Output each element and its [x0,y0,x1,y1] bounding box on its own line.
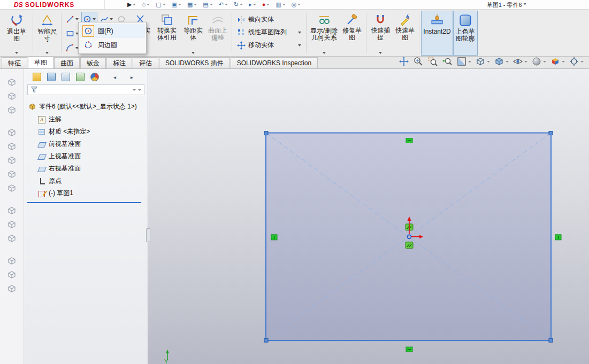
tree-item-annotations[interactable]: 注解 [24,113,148,126]
dropdown-caret-icon[interactable] [253,4,256,5]
dropdown-caret-icon[interactable] [210,4,213,5]
sketch-rectangle[interactable] [264,131,553,343]
tab-evaluate[interactable]: 评估 [133,57,158,68]
bottom-midpoint-handle[interactable] [406,347,412,352]
docked-tool-icon-11[interactable] [7,234,17,243]
menu-item-circle[interactable]: 圆(R) [80,24,145,38]
docked-tool-icon-13[interactable] [7,270,17,280]
dropdown-caret-icon[interactable] [379,52,382,54]
docked-tool-icon-3[interactable] [7,105,17,115]
scroll-tabs-left-icon[interactable]: ◂ [105,73,116,81]
tree-item-front-plane[interactable]: 前视基准面 [24,138,148,150]
menu-item-perimeter-circle[interactable]: 周边圆 [80,38,145,52]
top-midpoint-handle[interactable] [406,138,412,143]
dropdown-caret-icon[interactable] [562,61,565,63]
graphics-viewport[interactable]: Y ◂ [24,69,589,364]
dropdown-caret-icon[interactable] [298,32,301,34]
save-icon[interactable]: ▦ [187,2,197,7]
docked-tool-icon-5[interactable] [7,142,17,151]
undo-icon[interactable]: ↶ [219,2,228,7]
rebuild-icon[interactable]: ↻ [234,2,243,7]
shaded-sketch-contours-button[interactable]: 上色草 图轮廓 [453,11,478,56]
tree-item-top-plane[interactable]: 上视基准面 [24,150,148,162]
docked-tool-icon-6[interactable] [7,156,17,165]
left-midpoint-handle[interactable] [271,235,277,240]
pellet-icon[interactable]: ● [262,2,270,7]
filter-expand-caret-icon[interactable] [138,89,141,91]
propertymanager-tab-icon[interactable] [47,73,56,81]
docked-tool-icon-4[interactable] [7,128,17,137]
docked-tool-icon-1[interactable] [7,78,17,87]
tab-markup[interactable]: 标注 [106,57,132,68]
corner-vertex-handle[interactable] [264,338,268,342]
tab-solidworks-addins[interactable]: SOLIDWORKS 插件 [159,57,230,68]
docked-tool-icon-9[interactable] [7,206,17,215]
convert-entities-button[interactable]: 转换实 体引用 [153,11,181,56]
sketch-relation-badge[interactable] [406,242,413,249]
dropdown-caret-icon[interactable] [580,61,584,63]
quick-snaps-button[interactable]: 快速捕 捉 [368,11,393,56]
tree-filter-bar[interactable] [27,84,144,95]
linear-sketch-pattern-button[interactable]: 线性草图阵列 [235,27,303,38]
view-settings-icon[interactable] [569,56,584,67]
section-view-icon[interactable] [456,56,471,67]
docked-tool-icon-14[interactable] [7,284,17,293]
right-midpoint-handle[interactable] [555,235,561,240]
new-document-icon[interactable]: ▢ [156,2,165,7]
panel-splitter[interactable] [146,228,150,242]
pan-icon[interactable] [399,56,409,67]
offset-entities-button[interactable]: 等距实 体 [181,11,205,56]
file-properties-icon[interactable]: ▥ [276,2,285,7]
options-gear-icon[interactable]: ◎ [292,2,301,7]
tab-solidworks-inspection[interactable]: SOLIDWORKS Inspection [231,57,318,68]
featuremanager-tab-icon[interactable] [33,73,41,81]
corner-vertex-handle[interactable] [549,131,553,135]
exit-sketch-button[interactable]: 退出草 图 [2,11,31,56]
rapid-sketch-button[interactable]: 快速草 图 [393,11,417,56]
dropdown-caret-icon[interactable] [524,61,527,63]
dropdown-caret-icon[interactable] [323,52,326,54]
dropdown-caret-icon[interactable] [506,61,509,63]
zoom-area-icon[interactable] [427,56,438,67]
tree-item-right-plane[interactable]: 右视基准面 [24,162,148,175]
zoom-fit-icon[interactable] [413,56,424,67]
dropdown-caret-icon[interactable] [147,4,150,5]
repair-sketch-button[interactable]: 修复草 图 [340,11,364,56]
smart-dimension-button[interactable]: 智能尺 寸 [35,11,59,56]
print-icon[interactable]: ▤ [203,2,212,7]
dropdown-caret-icon[interactable] [298,44,301,47]
dropdown-caret-icon[interactable] [543,61,546,63]
docked-tool-icon-2[interactable] [7,91,17,101]
docked-tool-icon-12[interactable] [7,256,17,266]
dropdown-caret-icon[interactable] [240,4,243,5]
filter-options-caret-icon[interactable] [133,89,136,91]
select-arrow-icon[interactable]: ▸ [249,2,256,7]
rollback-bar[interactable] [27,202,141,203]
docked-tool-icon-7[interactable] [7,169,17,179]
tree-item-part[interactable]: 零件6 (默认<<默认>_显示状态 1>) [24,100,148,113]
tab-sheet-metal[interactable]: 钣金 [80,57,106,68]
docked-tool-icon-8[interactable] [7,183,17,193]
display-delete-relations-button[interactable]: 显示/删除 几何关系 [308,11,340,56]
instant2d-button[interactable]: Instant2D [421,11,453,56]
configurationmanager-tab-icon[interactable] [62,73,70,81]
apply-scene-icon[interactable] [550,56,565,67]
dropdown-caret-icon[interactable] [75,18,79,20]
dropdown-caret-icon[interactable] [468,61,471,63]
corner-vertex-handle[interactable] [549,338,553,342]
hide-show-items-icon[interactable] [512,56,527,67]
displaymanager-tab-icon[interactable] [90,73,99,81]
dropdown-caret-icon[interactable] [15,52,18,54]
mirror-entities-button[interactable]: 镜向实体 [235,14,303,25]
home-icon[interactable]: ⌂ [142,2,150,7]
play-icon[interactable]: ▶ [127,2,136,7]
dropdown-caret-icon[interactable] [45,52,49,54]
dropdown-caret-icon[interactable] [133,4,136,5]
dropdown-caret-icon[interactable] [282,4,286,5]
dropdown-caret-icon[interactable] [163,4,166,5]
dropdown-caret-icon[interactable] [297,4,301,5]
dimxpertmanager-tab-icon[interactable] [76,73,85,81]
dropdown-caret-icon[interactable] [178,4,181,5]
dropdown-caret-icon[interactable] [194,4,197,5]
dropdown-caret-icon[interactable] [192,52,195,54]
